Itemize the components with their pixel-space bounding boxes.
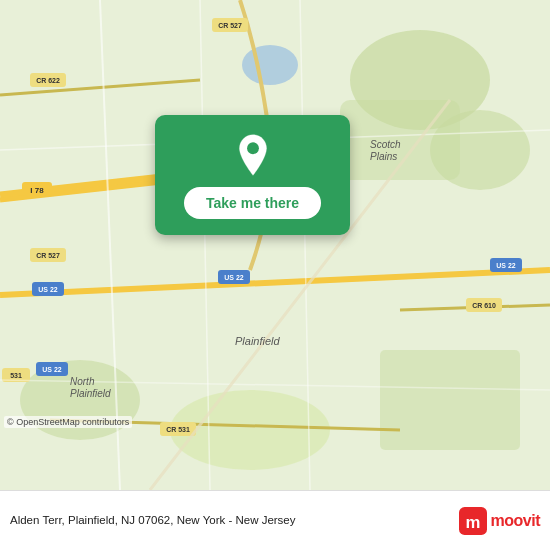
moovit-logo: m moovit — [459, 507, 540, 535]
svg-text:US 22: US 22 — [496, 262, 516, 269]
location-pin-icon — [231, 133, 275, 177]
take-me-there-button[interactable]: Take me there — [184, 187, 321, 219]
svg-text:US 22: US 22 — [38, 286, 58, 293]
svg-text:Scotch: Scotch — [370, 139, 401, 150]
svg-text:Plainfield: Plainfield — [70, 388, 111, 399]
svg-rect-5 — [380, 350, 520, 450]
bottom-bar: Alden Terr, Plainfield, NJ 07062, New Yo… — [0, 490, 550, 550]
map-attribution: © OpenStreetMap contributors — [4, 416, 132, 428]
moovit-brand-name: moovit — [491, 512, 540, 530]
svg-text:CR 622: CR 622 — [36, 77, 60, 84]
svg-text:Plainfield: Plainfield — [235, 335, 281, 347]
svg-point-7 — [242, 45, 298, 85]
svg-text:CR 610: CR 610 — [472, 302, 496, 309]
svg-point-49 — [247, 142, 259, 154]
action-card: Take me there — [155, 115, 350, 235]
svg-text:531: 531 — [10, 372, 22, 379]
svg-text:US 22: US 22 — [224, 274, 244, 281]
svg-text:I 78: I 78 — [30, 186, 44, 195]
map-view: I 78 US 22 US 22 US 22 CR 527 CR 622 CR … — [0, 0, 550, 490]
svg-text:CR 527: CR 527 — [36, 252, 60, 259]
svg-text:CR 527: CR 527 — [218, 22, 242, 29]
svg-text:US 22: US 22 — [42, 366, 62, 373]
moovit-logo-icon: m — [459, 507, 487, 535]
svg-text:Plains: Plains — [370, 151, 397, 162]
svg-text:m: m — [465, 512, 480, 531]
svg-text:CR 531: CR 531 — [166, 426, 190, 433]
address-label: Alden Terr, Plainfield, NJ 07062, New Yo… — [10, 512, 451, 528]
svg-text:North: North — [70, 376, 95, 387]
